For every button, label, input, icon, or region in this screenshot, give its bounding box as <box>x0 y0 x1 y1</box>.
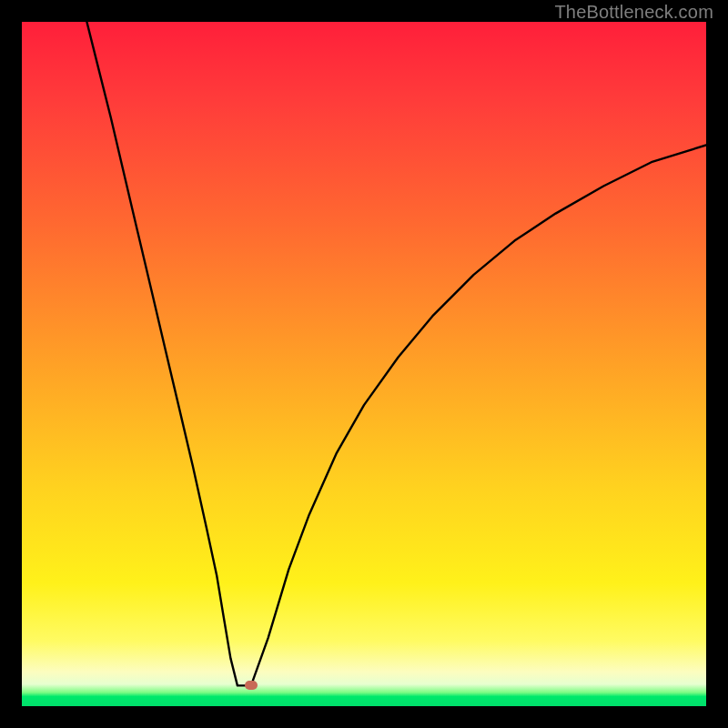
chart-frame: TheBottleneck.com <box>0 0 728 728</box>
plot-area <box>22 22 706 706</box>
minimum-marker <box>245 681 258 690</box>
branding-watermark: TheBottleneck.com <box>554 2 713 23</box>
bottleneck-curve <box>22 22 706 706</box>
